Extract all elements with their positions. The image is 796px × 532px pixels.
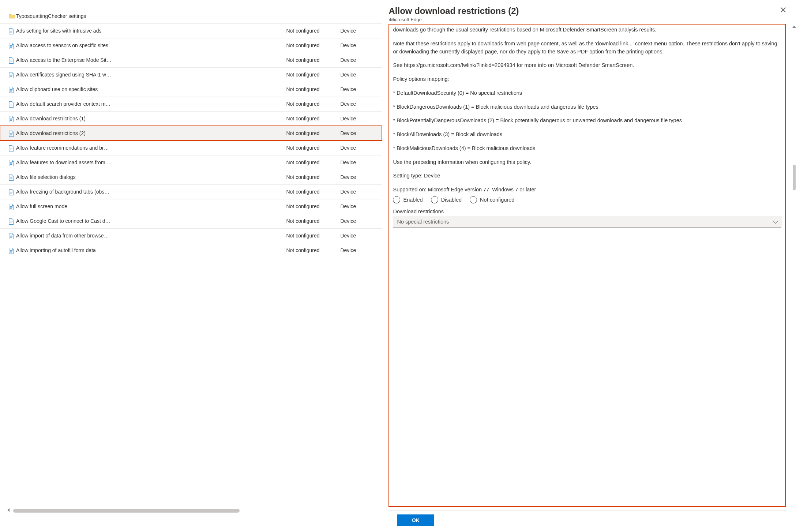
table-row[interactable]: Allow importing of autofill form dataNot…: [0, 243, 382, 258]
table-row[interactable]: Allow import of data from other browse…N…: [0, 228, 382, 243]
table-row[interactable]: TyposquattingChecker settings: [0, 9, 382, 23]
svg-rect-31: [10, 178, 12, 178]
radio-label: Enabled: [403, 197, 423, 203]
table-row[interactable]: Allow full screen modeNot configuredDevi…: [0, 199, 382, 214]
settings-table: TyposquattingChecker settingsAds setting…: [0, 0, 382, 258]
svg-rect-40: [10, 222, 12, 222]
desc-paragraph: See https://go.microsoft.com/fwlink/?lin…: [393, 61, 781, 70]
svg-rect-3: [10, 45, 12, 46]
breadcrumb: \Microsoft Edge: [388, 17, 786, 22]
policy-description: downloads go through the usual security …: [393, 26, 781, 194]
svg-rect-13: [10, 90, 12, 90]
table-row[interactable]: Allow access to sensors on specific site…: [0, 38, 382, 53]
svg-rect-8: [10, 62, 12, 62]
setting-name: Allow download restrictions (1): [16, 111, 284, 126]
table-row[interactable]: Allow default search provider context m……: [0, 97, 382, 111]
table-row[interactable]: Allow download restrictions (1)Not confi…: [0, 111, 382, 126]
table-row[interactable]: Allow access to the Enterprise Mode Sit……: [0, 53, 382, 67]
svg-rect-26: [10, 150, 12, 150]
setting-scope: Device: [338, 141, 382, 155]
setting-type-label: Setting type: Device: [393, 172, 781, 180]
download-restrictions-dropdown[interactable]: No special restrictions: [393, 216, 781, 228]
policy-file-icon: [9, 175, 14, 180]
desc-mapping-item: * DefaultDownloadSecurity (0) = No speci…: [393, 89, 781, 97]
svg-rect-21: [10, 133, 12, 134]
svg-rect-43: [10, 236, 12, 237]
detail-panel: Allow download restrictions (2) \Microso…: [382, 0, 796, 532]
radio-icon: [470, 196, 477, 203]
scroll-arrow-up-icon[interactable]: [792, 26, 796, 28]
supported-on-label: Supported on: Microsoft Edge version 77,…: [393, 186, 781, 194]
svg-rect-30: [10, 177, 12, 177]
setting-state: Not configured: [284, 184, 338, 199]
vertical-scrollbar[interactable]: [792, 26, 796, 511]
scroll-arrow-left-icon[interactable]: [7, 508, 10, 512]
setting-name: Allow import of data from other browse…: [16, 228, 284, 243]
svg-rect-18: [10, 119, 12, 119]
setting-state: Not configured: [284, 141, 338, 155]
dropdown-label: Download restrictions: [393, 209, 781, 214]
setting-name: Allow default search provider context m…: [16, 97, 284, 111]
setting-name: Allow access to sensors on specific site…: [16, 38, 284, 53]
svg-rect-35: [10, 194, 12, 194]
vertical-scrollbar-thumb[interactable]: [793, 165, 796, 190]
desc-mapping-item: * BlockAllDownloads (3) = Block all down…: [393, 131, 781, 139]
setting-scope: [338, 9, 382, 23]
table-row[interactable]: Allow freezing of background tabs (obs…N…: [0, 184, 382, 199]
svg-rect-14: [10, 91, 12, 91]
setting-state: Not configured: [284, 170, 338, 184]
policy-file-icon: [9, 218, 14, 224]
table-row[interactable]: Allow file selection dialogsNot configur…: [0, 170, 382, 184]
svg-rect-44: [10, 237, 12, 238]
svg-rect-41: [10, 223, 12, 223]
policy-file-icon: [9, 72, 14, 78]
setting-scope: Device: [338, 199, 382, 214]
state-radio-group: Enabled Disabled Not configured: [393, 196, 781, 203]
policy-file-icon: [9, 43, 14, 49]
radio-disabled[interactable]: Disabled: [431, 196, 462, 203]
table-row[interactable]: Allow feature recommendations and br…Not…: [0, 141, 382, 155]
table-row[interactable]: Allow features to download assets from ……: [0, 155, 382, 170]
setting-name: Allow access to the Enterprise Mode Sit…: [16, 53, 284, 67]
horizontal-scrollbar[interactable]: [13, 509, 378, 513]
horizontal-scrollbar-thumb[interactable]: [13, 509, 240, 513]
svg-rect-38: [10, 208, 12, 209]
setting-name: Allow full screen mode: [16, 199, 284, 214]
svg-rect-25: [10, 149, 12, 149]
table-row[interactable]: Allow clipboard use on specific sitesNot…: [0, 82, 382, 97]
ok-button[interactable]: OK: [397, 514, 434, 526]
table-row[interactable]: Allow Google Cast to connect to Cast d…N…: [0, 214, 382, 228]
radio-not-configured[interactable]: Not configured: [470, 196, 514, 203]
setting-name: Allow download restrictions (2): [16, 126, 284, 141]
policy-file-icon: [9, 145, 14, 151]
policy-file-icon: [9, 189, 14, 195]
desc-mapping-item: * BlockDangerousDownloads (1) = Block ma…: [393, 103, 781, 111]
setting-name: Allow file selection dialogs: [16, 170, 284, 184]
policy-file-icon: [9, 57, 14, 63]
policy-file-icon: [9, 28, 14, 34]
desc-mapping-item: * BlockPotentiallyDangerousDownloads (2)…: [393, 117, 781, 125]
svg-rect-34: [10, 192, 12, 193]
desc-mapping-heading: Policy options mapping:: [393, 75, 781, 83]
desc-mapping-item: * BlockMaliciousDownloads (4) = Block ma…: [393, 145, 781, 153]
setting-scope: Device: [338, 38, 382, 53]
policy-file-icon: [9, 131, 14, 136]
svg-rect-29: [10, 164, 12, 165]
table-row[interactable]: Allow certificates signed using SHA-1 w……: [0, 67, 382, 82]
svg-rect-17: [10, 106, 12, 106]
radio-enabled[interactable]: Enabled: [393, 196, 423, 203]
dropdown-selected-value: No special restrictions: [397, 219, 449, 225]
setting-scope: Device: [338, 126, 382, 141]
setting-name: Allow clipboard use on specific sites: [16, 82, 284, 97]
svg-rect-32: [10, 179, 12, 179]
setting-scope: Device: [338, 23, 382, 38]
table-row[interactable]: Allow download restrictions (2)Not confi…: [0, 126, 382, 141]
detail-highlight-box: downloads go through the usual security …: [388, 24, 786, 507]
setting-state: Not configured: [284, 155, 338, 170]
close-icon[interactable]: [780, 7, 786, 13]
table-row[interactable]: Ads setting for sites with intrusive ads…: [0, 23, 382, 38]
setting-state: Not configured: [284, 199, 338, 214]
setting-state: Not configured: [284, 126, 338, 141]
setting-state: Not configured: [284, 97, 338, 111]
svg-rect-4: [10, 46, 12, 46]
